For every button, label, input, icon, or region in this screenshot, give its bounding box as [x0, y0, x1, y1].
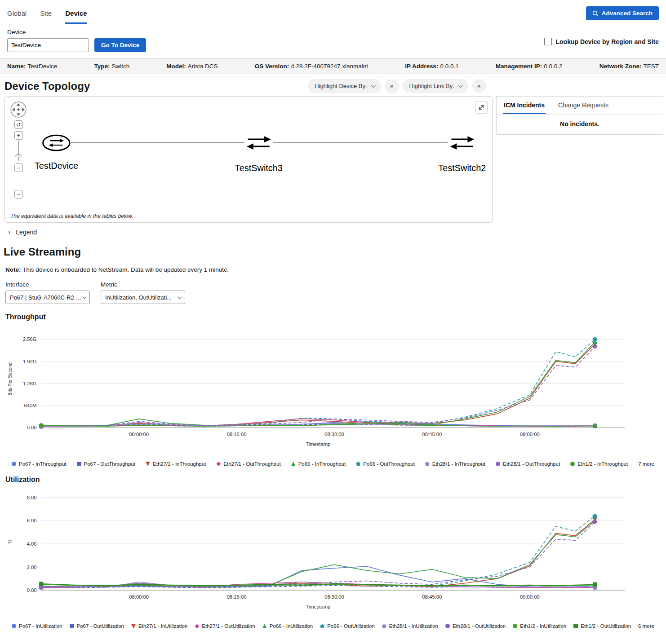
legend-label: Eth1/2 - InThroughput: [577, 461, 628, 467]
series-line: [41, 344, 595, 426]
note-text: This device is onboarded to NetStream. D…: [22, 266, 229, 273]
lookup-device-checkbox[interactable]: [544, 38, 552, 45]
tab-change-requests[interactable]: Change Requests: [557, 97, 609, 114]
legend-item[interactable]: Eth1/2 - InUtilization: [513, 623, 566, 629]
zoom-out-button[interactable]: −: [14, 163, 23, 172]
device-ip-value: 0.0.0.1: [440, 63, 458, 70]
legend-item[interactable]: Eth27/1 - InThroughput: [146, 461, 206, 467]
metric-select[interactable]: InUtilization, OutUtilizati...: [101, 291, 185, 304]
x-tick-label: 09:00:00: [520, 594, 540, 599]
incidents-panel: ICM Incidents Change Requests No inciden…: [496, 96, 663, 135]
diamond-marker-icon: [195, 624, 199, 628]
y-axis-label: Bits Per Second: [8, 362, 13, 396]
legend-item[interactable]: Eth27/1 - OutThroughput: [216, 461, 280, 467]
legend-item[interactable]: Eth1/2 - InThroughput: [570, 461, 628, 467]
highlight-link-clear-button[interactable]: ×: [472, 79, 486, 93]
tab-global[interactable]: Global: [7, 9, 27, 24]
x-tick-label: 08:45:00: [422, 432, 442, 437]
legend-item[interactable]: Po67 - OutThroughput: [77, 461, 135, 467]
rotate-icon[interactable]: ↺: [14, 120, 23, 129]
expand-topology-button[interactable]: [475, 101, 488, 114]
pan-control[interactable]: [10, 101, 27, 118]
router-icon[interactable]: [43, 135, 70, 150]
legend-item[interactable]: Po66 - OutThroughput: [356, 461, 414, 467]
legend-item[interactable]: Eth28/1 - InThroughput: [425, 461, 485, 467]
go-to-device-button[interactable]: Go To Device: [94, 38, 146, 52]
legend-item[interactable]: Eth1/2 - OutUtilization: [573, 623, 631, 629]
switch-icon[interactable]: [450, 136, 475, 150]
series-line: [41, 520, 595, 587]
legend-item[interactable]: Eth28/1 - InUtilization: [382, 623, 438, 629]
tab-icm-incidents[interactable]: ICM Incidents: [503, 97, 546, 114]
x-tick-label: 08:00:00: [129, 432, 149, 437]
topology-node-label[interactable]: TestDevice: [35, 161, 78, 171]
metric-label: Metric: [101, 281, 185, 288]
circle-marker-icon: [12, 624, 16, 628]
legend-item[interactable]: Po67 - InUtilization: [12, 623, 62, 629]
y-tick-label: 2.00: [27, 564, 37, 569]
circle-marker-icon: [513, 624, 517, 628]
highlight-link-dropdown[interactable]: Highlight Link By:: [403, 79, 468, 93]
x-axis-label: Timestamp: [306, 604, 330, 609]
legend-item[interactable]: Po66 - InUtilization: [262, 623, 313, 629]
legend-label: Eth28/1 - InUtilization: [389, 623, 438, 629]
y-tick-label: 6.00: [27, 518, 37, 523]
legend-more[interactable]: 7 more: [638, 461, 654, 467]
topology-node-label[interactable]: TestSwitch3: [235, 163, 283, 173]
device-os-value: 4.28.2F-40079247.xianmaint: [291, 63, 368, 70]
pentagon-marker-icon: [320, 624, 324, 628]
legend-item[interactable]: Eth27/1 - OutUtilization: [195, 623, 255, 629]
advanced-search-label: Advanced Search: [602, 10, 653, 17]
advanced-search-button[interactable]: Advanced Search: [586, 6, 659, 20]
legend-item[interactable]: Po67 - OutUtilization: [70, 623, 124, 629]
legend-label: Po66 - InThroughput: [298, 461, 346, 467]
zoom-in-button[interactable]: +: [14, 131, 23, 140]
switch-icon[interactable]: [247, 136, 271, 150]
x-tick-label: 09:00:00: [520, 432, 540, 437]
zoom-slider-handle[interactable]: [16, 154, 22, 157]
circle-marker-icon: [570, 462, 575, 466]
legend-label: Po67 - OutThroughput: [84, 461, 135, 467]
device-mgmt-ip-field: Management IP:0.0.0.2: [496, 63, 563, 70]
series-marker: [593, 520, 597, 524]
device-model-value: Arista DCS: [188, 63, 218, 70]
series-marker: [39, 423, 43, 428]
legend-item[interactable]: Eth28/1 - OutThroughput: [496, 461, 560, 467]
legend-more[interactable]: 6 more: [638, 623, 654, 629]
legend-item[interactable]: Po66 - OutUtilization: [320, 623, 374, 629]
metric-select-value: InUtilization, OutUtilizati...: [105, 294, 172, 301]
legend-item[interactable]: Eth27/1 - InUtilization: [131, 623, 187, 629]
tab-site[interactable]: Site: [40, 9, 52, 24]
interface-select[interactable]: Po67 | StuG-A7060C-R2-...: [5, 291, 90, 304]
legend-item[interactable]: Po66 - InThroughput: [291, 461, 346, 467]
zoom-fit-button[interactable]: −: [14, 190, 23, 198]
diamond-marker-icon: [216, 462, 221, 466]
pentagon-marker-icon: [356, 462, 360, 466]
y-tick-label: 640M: [24, 403, 36, 408]
topology-canvas[interactable]: TestDevice TestSwitch3 TestSwitch2: [4, 96, 493, 223]
device-zone-field: Network Zone:TEST: [599, 63, 659, 70]
utilization-plot: 0.002.004.006.008.0008:00:0008:15:0008:3…: [4, 485, 662, 622]
highlight-device-dropdown[interactable]: Highlight Device By:: [308, 79, 380, 93]
legend-label: Eth27/1 - OutUtilization: [202, 623, 255, 629]
legend-label: Eth1/2 - OutUtilization: [581, 623, 631, 629]
legend-label: Po66 - OutUtilization: [327, 623, 374, 629]
legend-item[interactable]: Eth28/1 - OutUtilization: [445, 623, 506, 629]
device-type-label: Type:: [94, 63, 110, 70]
legend-toggle[interactable]: › Legend: [0, 223, 666, 241]
expand-icon: [478, 104, 485, 111]
note-label: Note:: [5, 266, 21, 273]
circle-marker-icon: [12, 462, 16, 466]
highlight-device-clear-button[interactable]: ×: [385, 79, 399, 93]
device-search-input[interactable]: [7, 38, 89, 52]
top-navigation: Global Site Device Advanced Search: [0, 0, 666, 24]
x-tick-label: 08:15:00: [227, 594, 247, 599]
x-axis-label: Timestamp: [306, 441, 330, 447]
topology-node-label[interactable]: TestSwitch2: [438, 163, 486, 173]
device-type-value: Switch: [111, 63, 129, 70]
legend-label: Po67 - InUtilization: [19, 623, 62, 629]
interface-select-value: Po67 | StuG-A7060C-R2-...: [10, 294, 81, 301]
tab-device[interactable]: Device: [65, 9, 87, 24]
legend-item[interactable]: Po67 - InThroughput: [12, 461, 67, 467]
zoom-slider[interactable]: [14, 141, 23, 161]
